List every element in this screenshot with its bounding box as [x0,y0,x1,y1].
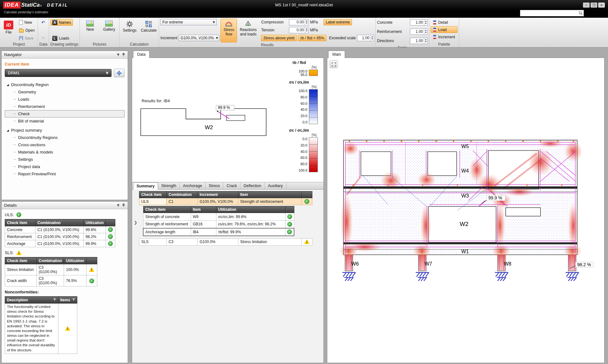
pin-icon[interactable] [122,204,125,207]
stress-flow-toggle-button[interactable]: Stress flow [221,19,237,42]
tree-node-discontinuity-region[interactable]: ◢ Discontinuity Region [5,81,125,88]
tab-data[interactable]: Data [133,51,150,58]
stress-above-yield-toggle-button[interactable]: Stress above yield [261,35,297,41]
compression-field[interactable]: 0.00 [289,19,309,25]
tree-item-discontinuity-regions[interactable]: Discontinuity Regions [5,134,125,141]
file-button[interactable]: iD File [1,19,16,42]
pin-icon[interactable] [122,53,125,57]
group-label-calculation: Calculation [121,42,157,47]
tab-auxiliary[interactable]: Auxiliary [265,182,286,189]
palette-detail-button[interactable]: Detail [431,19,458,26]
table-row[interactable]: Anchorage C1 (G100.0%, V100.0%) 99.9% [5,240,115,247]
expand-row-button[interactable]: ❯ [134,220,137,361]
tree-item-reinforcement[interactable]: Reinforcement [5,103,125,110]
tab-stress[interactable]: Stress [206,182,223,189]
tree-item-loads[interactable]: Loads [5,96,125,103]
tab-strength[interactable]: Strength [158,182,180,189]
tab-anchorage[interactable]: Anchorage [180,182,205,189]
ok-icon [108,227,113,232]
loads-toggle-button[interactable]: LLoads [50,35,73,41]
app-logo: IDEA StatiCa ® DETAIL [3,2,68,9]
table-row[interactable]: Strength of reinforcement GB16 εs/εs,lim… [143,221,294,228]
tension-field[interactable]: 0.00 [289,27,309,33]
uls-detail-table: Check item Item Utilization Strength of … [143,206,294,236]
new-picture-button[interactable]: New [81,19,99,42]
new-project-button[interactable]: New [17,19,36,26]
concrete-scale-field[interactable]: 1.00 [410,19,428,26]
reinforcement-scale-field[interactable]: 1.00 [410,28,428,35]
table-row[interactable]: The functionality of Limited stress chec… [5,304,77,354]
redo-button[interactable]: ↷ [39,35,47,41]
collapse-icon[interactable]: ▼ [117,53,119,56]
tree-item-geometry[interactable]: Geometry [5,88,125,96]
wall-label-w8: W8 [504,261,511,267]
sigma-c-colorbar [309,137,318,172]
zoom-extents-icon [331,62,336,67]
save-project-button[interactable]: Save [17,35,36,41]
ok-icon [287,222,292,227]
search-box [520,10,584,16]
table-row-uls[interactable]: ULS C1 G100.0%, V100.0% Strength of rein… [139,198,312,205]
group-label-pictures: Pictures [81,42,118,47]
wall-label-w4: W4 [461,168,469,173]
palette-increment-button[interactable]: Increment [431,34,458,40]
copy-item-icon [116,70,122,76]
close-button[interactable]: ✕ [598,3,605,8]
filter-icon[interactable] [72,298,75,301]
tree-item-report-preview-print[interactable]: Report Preview/Print [5,170,125,178]
open-folder-icon [19,29,24,33]
tree-item-check[interactable]: Check [5,110,125,117]
increment-selector[interactable]: G100.0%, V100.0%▼ [179,35,219,41]
table-row[interactable]: Concrete C1 (G100.0%, V100.0%) 99.6% [5,226,115,233]
gallery-button[interactable]: Gallery [100,19,118,42]
palette-load-button[interactable]: Load [431,26,458,33]
open-project-button[interactable]: Open [17,27,36,34]
settings-button[interactable]: Settings [121,19,138,42]
spinner-icon [424,20,427,25]
gear-icon [126,21,133,28]
uls-label: ULS: [5,212,14,217]
tab-crack[interactable]: Crack [223,182,240,189]
idea-file-icon: iD [4,21,13,29]
tree-item-materials-models[interactable]: Materials & models [5,148,125,156]
tab-main[interactable]: Main [328,51,345,58]
group-label-data: Data [39,42,47,47]
increment-label: Increment [160,36,177,40]
exceeded-scale-field[interactable]: 1.00 [357,35,374,41]
tree-item-bill-of-material[interactable]: Bill of material [5,117,125,125]
group-label-palette: Palette [431,42,458,47]
nonconformities-label: Nonconformities: [5,290,125,294]
directions-scale-field[interactable]: 1.00 [410,38,428,44]
table-row-sls[interactable]: SLS C3 G100.0% Stress limitation [139,238,312,245]
tab-deflection[interactable]: Deflection [240,182,265,189]
tree-item-settings[interactable]: Settings [5,156,125,163]
filter-icon[interactable] [53,298,56,301]
tree-item-cross-sections[interactable]: Cross-sections [5,141,125,148]
reactions-loads-button[interactable]: Reactions and loads [238,19,258,42]
idea-logo-icon: IDEA [3,2,21,9]
search-input[interactable] [521,11,579,16]
palette-strip-icon [433,28,436,32]
warning-icon [89,267,94,272]
table-row[interactable]: Reinforcement C1 (G100.0%, V100.0%) 98.2… [5,233,115,240]
table-row-selected[interactable]: Anchorage length IB4 τb/fbd: 99.9% [143,228,294,236]
calculate-button[interactable]: Calculate [140,19,157,42]
minimize-button[interactable]: ─ [583,3,590,8]
zoom-extents-button[interactable] [330,60,337,68]
extreme-selector[interactable]: For extreme▼ [160,19,217,25]
tab-summary[interactable]: Summary [133,182,158,190]
table-row[interactable]: Stress limitation C3 (G100.0%) 100.0% [5,264,97,275]
result-tabs: Summary Strength Anchorage Stress Crack … [132,182,323,190]
tree-item-project-data[interactable]: Project data [5,163,125,170]
names-toggle-button[interactable]: ANames [50,19,73,26]
table-row[interactable]: Strength of concrete W9 σc/σc,lim: 99.6% [143,213,294,221]
tb-fbd-toggle-button[interactable]: τb / fbd > 95% [298,35,327,41]
tree-node-project-summary[interactable]: ◢ Project summary [5,127,125,134]
maximize-button[interactable]: ❐ [591,3,597,8]
undo-button[interactable]: ↶ [39,19,47,26]
table-row[interactable]: Crack width C3 (G100.0%) 76.5% [5,275,97,286]
current-item-dropdown[interactable]: DRM1 ▼ [5,69,112,77]
label-extreme-toggle-button[interactable]: Label extreme [323,19,352,25]
current-item-action-button[interactable] [114,69,125,77]
collapse-icon[interactable]: ▼ [117,204,119,207]
